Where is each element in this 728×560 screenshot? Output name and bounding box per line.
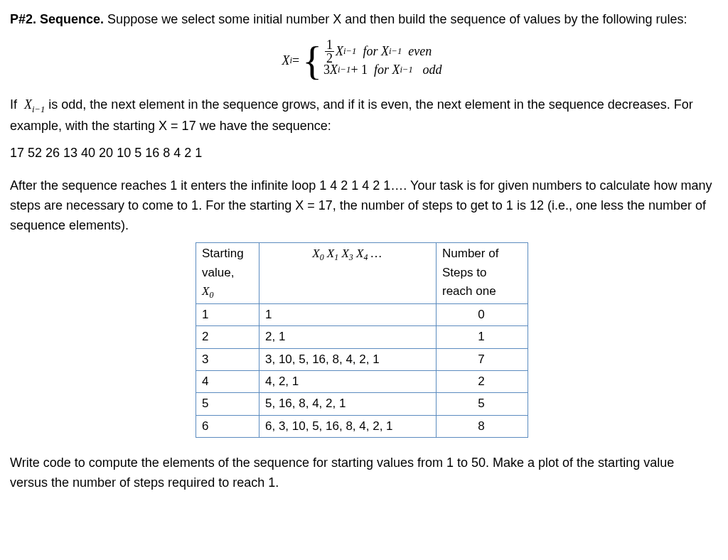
case2-sub: i−1 (338, 63, 350, 77)
case1-for: for (356, 42, 381, 62)
case2-cond-sub: i−1 (400, 63, 413, 77)
h3-line1: Number of (442, 247, 498, 260)
cell-steps: 0 (437, 303, 528, 325)
para2-sub: i−1 (32, 104, 45, 114)
case2-for: for (368, 60, 392, 80)
h3-line3: reach one (442, 284, 496, 298)
h1-var: X (202, 284, 209, 298)
h2-dots: … (368, 247, 381, 260)
cell-start: 1 (196, 303, 259, 325)
case1-sub: i−1 (343, 45, 356, 59)
case2-var: X (330, 60, 338, 80)
case-even: 1 2 Xi−1 for Xi−1 even (323, 43, 441, 61)
case2-cond-var: X (392, 60, 400, 80)
table-body: 1 1 0 2 2, 1 1 3 3, 10, 5, 16, 8, 4, 2, … (196, 303, 528, 437)
problem-title: Sequence. (40, 12, 104, 26)
cell-steps: 1 (437, 326, 528, 348)
case2-plus: + 1 (350, 60, 368, 80)
cell-steps: 2 (437, 371, 528, 393)
th-sequence: X0 X1 X3 X4 … (259, 243, 437, 304)
cell-start: 3 (196, 348, 259, 370)
para2-var: X (24, 97, 32, 112)
frac-num: 1 (325, 38, 334, 52)
cell-seq: 5, 16, 8, 4, 2, 1 (259, 393, 437, 415)
h2-x4: X (353, 247, 364, 260)
table-row: 6 6, 3, 10, 5, 16, 8, 4, 2, 1 8 (196, 415, 528, 437)
h1-line1: Starting (202, 247, 244, 260)
case1-var: X (336, 42, 343, 62)
h2-x1: X (324, 247, 335, 260)
para2-pre: If (10, 97, 24, 112)
table-row: 4 4, 2, 1 2 (196, 371, 528, 393)
cell-start: 6 (196, 415, 259, 437)
case2-coef: 3 (323, 60, 330, 80)
cell-steps: 8 (437, 415, 528, 437)
th-steps: Number of Steps to reach one (437, 243, 528, 304)
left-brace: { (302, 43, 322, 80)
th-starting-value: Starting value, X0 (196, 243, 259, 304)
case1-cond-var: X (381, 42, 389, 62)
case2-cond-word: odd (413, 60, 442, 80)
h3-line2: Steps to (442, 266, 486, 279)
cell-seq: 4, 2, 1 (259, 371, 437, 393)
cell-seq: 2, 1 (259, 326, 437, 348)
cell-start: 5 (196, 393, 259, 415)
intro-text: Suppose we select some initial number X … (107, 12, 687, 26)
table-row: 1 1 0 (196, 303, 528, 325)
h2-x0: X (312, 247, 319, 260)
h1-line2: value, (202, 266, 234, 279)
table-row: 3 3, 10, 5, 16, 8, 4, 2, 1 7 (196, 348, 528, 370)
problem-number: P#2. (10, 12, 36, 26)
table-row: 2 2, 1 1 (196, 326, 528, 348)
para-task: After the sequence reaches 1 it enters t… (10, 176, 714, 236)
h1-sub: 0 (209, 291, 213, 301)
cell-seq: 3, 10, 5, 16, 8, 4, 2, 1 (259, 348, 437, 370)
para-explanation: If Xi−1 is odd, the next element in the … (10, 95, 714, 136)
piecewise-equation: Xi = { 1 2 Xi−1 for Xi−1 even 3 Xi−1 (10, 43, 714, 80)
problem-intro: P#2. Sequence. Suppose we select some in… (10, 10, 714, 30)
case1-cond-word: even (402, 42, 432, 62)
cell-seq: 6, 3, 10, 5, 16, 8, 4, 2, 1 (259, 415, 437, 437)
cell-steps: 7 (437, 348, 528, 370)
h2-x3: X (338, 247, 349, 260)
table-row: 5 5, 16, 8, 4, 2, 1 5 (196, 393, 528, 415)
cell-start: 2 (196, 326, 259, 348)
sequence-table: Starting value, X0 X0 X1 X3 X4 … Number … (196, 242, 528, 438)
case-odd: 3 Xi−1 + 1 for Xi−1 odd (323, 61, 441, 80)
cell-seq: 1 (259, 303, 437, 325)
eq-lhs-var: X (282, 51, 290, 71)
table-header-row: Starting value, X0 X0 X1 X3 X4 … Number … (196, 243, 528, 304)
sequence-example: 17 52 26 13 40 20 10 5 16 8 4 2 1 (10, 144, 714, 163)
para-instructions: Write code to compute the elements of th… (10, 453, 714, 493)
cell-steps: 5 (437, 393, 528, 415)
cell-start: 4 (196, 371, 259, 393)
case1-cond-sub: i−1 (389, 45, 402, 59)
para2-rest: is odd, the next element in the sequence… (10, 97, 693, 133)
eq-equals: = (292, 51, 299, 71)
